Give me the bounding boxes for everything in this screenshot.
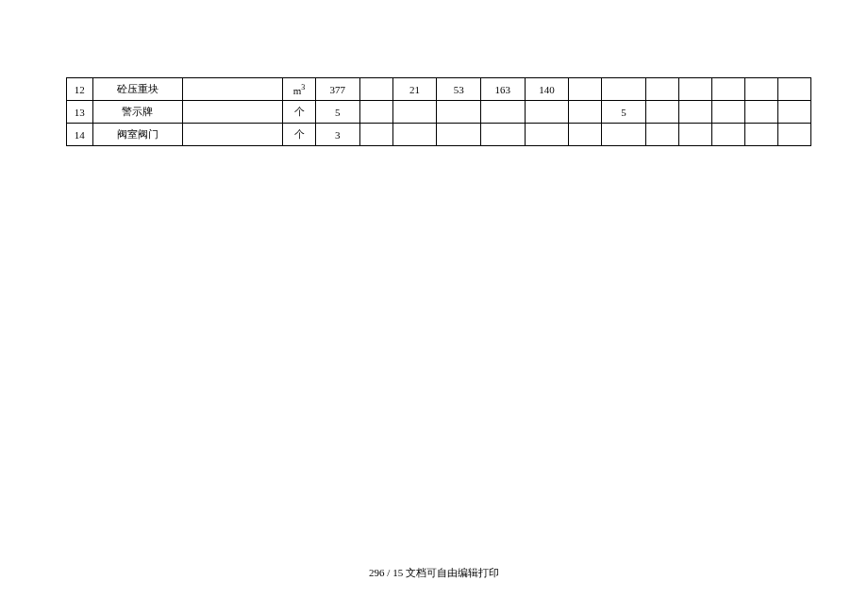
data-table: 12 砼压重块 m3 377 21 53 163 140 13 警: [66, 77, 811, 146]
cell: 53: [437, 78, 481, 101]
cell: [359, 78, 392, 101]
cell: [359, 124, 392, 146]
cell: [525, 124, 569, 146]
cell: [392, 124, 437, 146]
cell: [744, 101, 777, 124]
cell: [678, 124, 711, 146]
cell: [678, 101, 711, 124]
cell: [744, 124, 777, 146]
cell: [744, 78, 777, 101]
cell-index: 13: [67, 101, 93, 124]
cell: [777, 78, 810, 101]
cell: [480, 124, 525, 146]
cell-qty: 3: [316, 124, 360, 146]
table-row: 14 阀室阀门 个 3: [67, 124, 811, 146]
cell: [183, 124, 283, 146]
cell: [678, 78, 711, 101]
cell: 21: [392, 78, 437, 101]
cell: [711, 124, 744, 146]
cell: [183, 101, 283, 124]
cell: [480, 101, 525, 124]
cell-name: 阀室阀门: [92, 124, 182, 146]
cell: [569, 78, 602, 101]
cell-index: 14: [67, 124, 93, 146]
cell: 140: [525, 78, 569, 101]
cell: [645, 124, 678, 146]
cell-unit: 个: [283, 101, 316, 124]
table-row: 13 警示牌 个 5 5: [67, 101, 811, 124]
data-table-container: 12 砼压重块 m3 377 21 53 163 140 13 警: [66, 77, 811, 146]
table-row: 12 砼压重块 m3 377 21 53 163 140: [67, 78, 811, 101]
cell: [711, 78, 744, 101]
cell: [569, 101, 602, 124]
cell-qty: 377: [316, 78, 360, 101]
cell: 163: [480, 78, 525, 101]
cell-unit: m3: [283, 78, 316, 101]
cell-index: 12: [67, 78, 93, 101]
cell: [359, 101, 392, 124]
cell: [569, 124, 602, 146]
cell: [183, 78, 283, 101]
cell: [777, 101, 810, 124]
cell: 5: [602, 101, 646, 124]
cell-qty: 5: [316, 101, 360, 124]
cell: [437, 124, 481, 146]
cell: [602, 124, 646, 146]
cell: [645, 78, 678, 101]
cell: [777, 124, 810, 146]
cell-name: 砼压重块: [92, 78, 182, 101]
cell: [602, 78, 646, 101]
cell: [711, 101, 744, 124]
cell: [437, 101, 481, 124]
cell-unit: 个: [283, 124, 316, 146]
cell-name: 警示牌: [92, 101, 182, 124]
cell: [645, 101, 678, 124]
cell: [392, 101, 437, 124]
cell: [525, 101, 569, 124]
page-footer: 296 / 15 文档可自由编辑打印: [0, 566, 868, 580]
